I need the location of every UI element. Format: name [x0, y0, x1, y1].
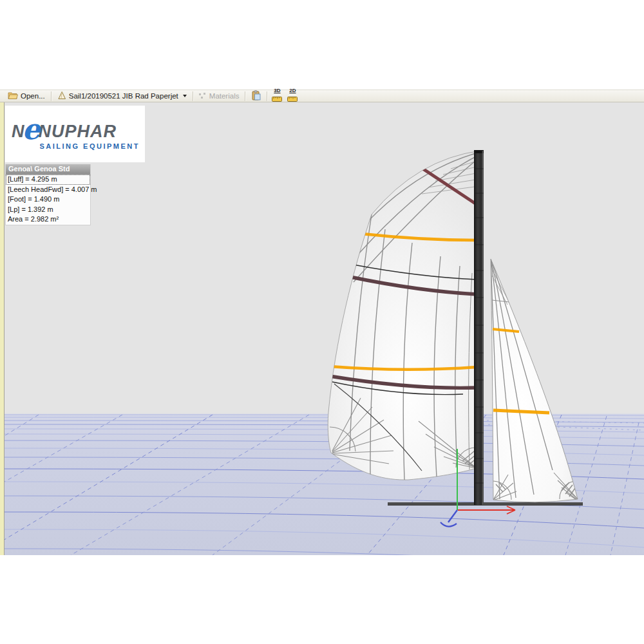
- viewport-3d[interactable]: NeNUPHAR SAILING EQUIPMENT Genoa\ Genoa …: [0, 102, 644, 555]
- clipboard-paste-icon: [251, 90, 261, 102]
- logo-wordmark: NeNUPHAR: [5, 118, 145, 144]
- measurement-leech[interactable]: [Leech HeadFwd] = 4.007 m: [6, 185, 90, 195]
- sail-selector-button[interactable]: Sail1/20190521 JIB Rad Paperjet: [53, 90, 191, 102]
- view-2d-label: 2D: [289, 88, 296, 93]
- measurement-lp[interactable]: [Lp] = 1.392 m: [6, 205, 90, 215]
- materials-button-label: Materials: [209, 92, 240, 100]
- logo: NeNUPHAR SAILING EQUIPMENT: [5, 106, 145, 162]
- materials-button[interactable]: Materials: [195, 90, 243, 102]
- materials-dots-icon: [199, 93, 207, 99]
- logo-e-swoosh: e: [23, 113, 41, 146]
- mast: [474, 150, 484, 505]
- sail-selector-label: Sail1/20190521 JIB Rad Paperjet: [69, 92, 178, 100]
- sail-triangle-icon: [57, 91, 66, 101]
- open-folder-icon: [8, 91, 18, 101]
- toolbar: Open... Sail1/20190521 JIB Rad Paperjet …: [0, 90, 644, 102]
- measurement-luff[interactable]: [Luff] = 4.295 m: [6, 175, 90, 185]
- open-button[interactable]: Open...: [4, 90, 49, 102]
- toolbar-separator: [51, 91, 52, 101]
- view-3d-label: 3D: [274, 88, 280, 93]
- open-button-label: Open...: [21, 92, 45, 100]
- scene-canvas: [0, 102, 644, 555]
- genoa-sail: [328, 151, 480, 480]
- measurement-foot[interactable]: [Foot] = 1.490 m: [6, 194, 90, 205]
- panel-title: Genoa\ Genoa Std: [6, 164, 90, 175]
- collapsed-panel-strip[interactable]: [0, 102, 5, 555]
- toolbar-separator: [267, 91, 267, 101]
- caret-down-icon: [183, 95, 187, 97]
- paste-button[interactable]: [247, 90, 265, 102]
- measurement-area[interactable]: Area = 2.982 m²: [6, 214, 90, 225]
- toolbar-separator: [193, 91, 193, 101]
- deck-bar: [388, 502, 583, 506]
- jib-sail: [491, 259, 578, 502]
- toolbar-separator: [245, 91, 245, 101]
- sail-info-panel: Genoa\ Genoa Std [Luff] = 4.295 m [Leech…: [5, 164, 91, 225]
- view-3d-button[interactable]: 3D: [269, 88, 285, 104]
- view-2d-button[interactable]: 2D: [285, 88, 300, 104]
